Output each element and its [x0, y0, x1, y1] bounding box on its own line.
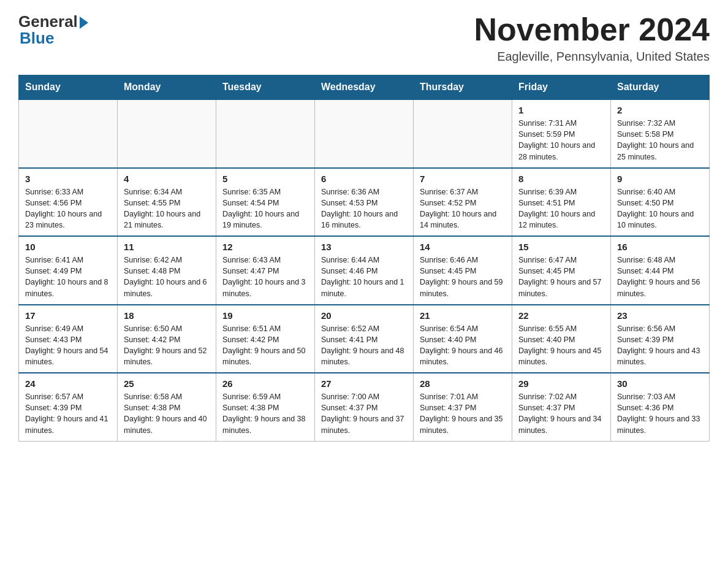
day-sun-info: Sunrise: 6:44 AMSunset: 4:46 PMDaylight:…	[321, 255, 407, 299]
day-number: 12	[222, 242, 308, 252]
day-number: 10	[25, 242, 111, 252]
day-number: 3	[25, 174, 111, 184]
day-number: 25	[124, 378, 210, 389]
day-sun-info: Sunrise: 6:51 AMSunset: 4:42 PMDaylight:…	[222, 323, 308, 368]
calendar-header-row: SundayMondayTuesdayWednesdayThursdayFrid…	[19, 75, 710, 100]
calendar-day-cell	[118, 99, 216, 168]
day-sun-info: Sunrise: 7:03 AMSunset: 4:36 PMDaylight:…	[617, 391, 703, 436]
calendar-day-header: Tuesday	[216, 75, 315, 100]
day-number: 20	[321, 310, 407, 321]
day-number: 27	[321, 378, 407, 389]
day-number: 16	[617, 242, 703, 252]
day-number: 30	[617, 378, 703, 389]
calendar-day-cell	[19, 99, 118, 168]
day-sun-info: Sunrise: 6:35 AMSunset: 4:54 PMDaylight:…	[222, 186, 308, 231]
day-sun-info: Sunrise: 6:41 AMSunset: 4:49 PMDaylight:…	[25, 255, 111, 299]
calendar-day-cell: 24Sunrise: 6:57 AMSunset: 4:39 PMDayligh…	[19, 373, 118, 441]
day-sun-info: Sunrise: 6:59 AMSunset: 4:38 PMDaylight:…	[222, 391, 308, 436]
calendar-day-cell: 16Sunrise: 6:48 AMSunset: 4:44 PMDayligh…	[611, 236, 710, 305]
calendar-day-cell: 8Sunrise: 6:39 AMSunset: 4:51 PMDaylight…	[512, 168, 611, 237]
day-number: 18	[124, 310, 210, 321]
calendar-day-cell: 28Sunrise: 7:01 AMSunset: 4:37 PMDayligh…	[414, 373, 512, 441]
calendar-week-row: 1Sunrise: 7:31 AMSunset: 5:59 PMDaylight…	[19, 99, 710, 168]
day-sun-info: Sunrise: 6:50 AMSunset: 4:42 PMDaylight:…	[124, 323, 210, 368]
day-number: 28	[420, 378, 506, 389]
calendar-day-cell: 2Sunrise: 7:32 AMSunset: 5:58 PMDaylight…	[611, 99, 710, 168]
day-sun-info: Sunrise: 6:55 AMSunset: 4:40 PMDaylight:…	[518, 323, 604, 368]
day-sun-info: Sunrise: 6:34 AMSunset: 4:55 PMDaylight:…	[124, 186, 210, 231]
day-number: 9	[617, 174, 703, 184]
calendar-day-cell	[414, 99, 512, 168]
page-title: November 2024	[474, 12, 710, 47]
logo-arrow-shape	[80, 17, 88, 29]
day-sun-info: Sunrise: 6:56 AMSunset: 4:39 PMDaylight:…	[617, 323, 703, 368]
day-sun-info: Sunrise: 6:58 AMSunset: 4:38 PMDaylight:…	[124, 391, 210, 436]
day-sun-info: Sunrise: 6:46 AMSunset: 4:45 PMDaylight:…	[420, 255, 506, 299]
day-sun-info: Sunrise: 6:40 AMSunset: 4:50 PMDaylight:…	[617, 186, 703, 231]
calendar-day-cell: 23Sunrise: 6:56 AMSunset: 4:39 PMDayligh…	[611, 305, 710, 373]
calendar-day-cell: 14Sunrise: 6:46 AMSunset: 4:45 PMDayligh…	[414, 236, 512, 305]
calendar-day-header: Saturday	[611, 75, 710, 100]
day-number: 15	[518, 242, 604, 252]
day-number: 5	[222, 174, 308, 184]
calendar-week-row: 24Sunrise: 6:57 AMSunset: 4:39 PMDayligh…	[19, 373, 710, 441]
calendar-day-cell: 22Sunrise: 6:55 AMSunset: 4:40 PMDayligh…	[512, 305, 611, 373]
page-subtitle: Eagleville, Pennsylvania, United States	[474, 50, 710, 64]
calendar-day-header: Monday	[118, 75, 216, 100]
calendar-week-row: 17Sunrise: 6:49 AMSunset: 4:43 PMDayligh…	[19, 305, 710, 373]
day-number: 4	[124, 174, 210, 184]
day-number: 2	[617, 105, 703, 115]
title-area: November 2024 Eagleville, Pennsylvania, …	[474, 12, 710, 64]
day-number: 11	[124, 242, 210, 252]
calendar-day-cell	[315, 99, 414, 168]
calendar-day-cell: 19Sunrise: 6:51 AMSunset: 4:42 PMDayligh…	[216, 305, 315, 373]
day-number: 21	[420, 310, 506, 321]
calendar-day-cell: 27Sunrise: 7:00 AMSunset: 4:37 PMDayligh…	[315, 373, 414, 441]
day-sun-info: Sunrise: 6:49 AMSunset: 4:43 PMDaylight:…	[25, 323, 111, 368]
day-number: 13	[321, 242, 407, 252]
logo-blue-text: Blue	[20, 29, 54, 47]
header: General Blue November 2024 Eagleville, P…	[18, 12, 710, 64]
calendar-table: SundayMondayTuesdayWednesdayThursdayFrid…	[18, 75, 710, 442]
day-number: 7	[420, 174, 506, 184]
calendar-day-cell	[216, 99, 315, 168]
calendar-day-header: Friday	[512, 75, 611, 100]
calendar-day-cell: 4Sunrise: 6:34 AMSunset: 4:55 PMDaylight…	[118, 168, 216, 237]
calendar-week-row: 3Sunrise: 6:33 AMSunset: 4:56 PMDaylight…	[19, 168, 710, 237]
calendar-day-cell: 11Sunrise: 6:42 AMSunset: 4:48 PMDayligh…	[118, 236, 216, 305]
day-number: 26	[222, 378, 308, 389]
day-number: 23	[617, 310, 703, 321]
calendar-day-cell: 6Sunrise: 6:36 AMSunset: 4:53 PMDaylight…	[315, 168, 414, 237]
day-sun-info: Sunrise: 6:52 AMSunset: 4:41 PMDaylight:…	[321, 323, 407, 368]
day-number: 24	[25, 378, 111, 389]
day-number: 8	[518, 174, 604, 184]
calendar-day-header: Thursday	[414, 75, 512, 100]
day-sun-info: Sunrise: 6:48 AMSunset: 4:44 PMDaylight:…	[617, 255, 703, 299]
calendar-day-cell: 26Sunrise: 6:59 AMSunset: 4:38 PMDayligh…	[216, 373, 315, 441]
day-sun-info: Sunrise: 7:00 AMSunset: 4:37 PMDaylight:…	[321, 391, 407, 436]
day-sun-info: Sunrise: 6:54 AMSunset: 4:40 PMDaylight:…	[420, 323, 506, 368]
calendar-day-cell: 18Sunrise: 6:50 AMSunset: 4:42 PMDayligh…	[118, 305, 216, 373]
day-sun-info: Sunrise: 6:33 AMSunset: 4:56 PMDaylight:…	[25, 186, 111, 231]
day-sun-info: Sunrise: 6:39 AMSunset: 4:51 PMDaylight:…	[518, 186, 604, 231]
calendar-day-cell: 5Sunrise: 6:35 AMSunset: 4:54 PMDaylight…	[216, 168, 315, 237]
calendar-day-cell: 7Sunrise: 6:37 AMSunset: 4:52 PMDaylight…	[414, 168, 512, 237]
day-sun-info: Sunrise: 7:31 AMSunset: 5:59 PMDaylight:…	[518, 118, 604, 163]
day-sun-info: Sunrise: 6:37 AMSunset: 4:52 PMDaylight:…	[420, 186, 506, 231]
calendar-day-cell: 29Sunrise: 7:02 AMSunset: 4:37 PMDayligh…	[512, 373, 611, 441]
calendar-day-cell: 3Sunrise: 6:33 AMSunset: 4:56 PMDaylight…	[19, 168, 118, 237]
day-number: 19	[222, 310, 308, 321]
day-sun-info: Sunrise: 6:43 AMSunset: 4:47 PMDaylight:…	[222, 255, 308, 299]
day-sun-info: Sunrise: 6:47 AMSunset: 4:45 PMDaylight:…	[518, 255, 604, 299]
calendar-day-cell: 20Sunrise: 6:52 AMSunset: 4:41 PMDayligh…	[315, 305, 414, 373]
calendar-day-cell: 13Sunrise: 6:44 AMSunset: 4:46 PMDayligh…	[315, 236, 414, 305]
calendar-day-cell: 30Sunrise: 7:03 AMSunset: 4:36 PMDayligh…	[611, 373, 710, 441]
day-sun-info: Sunrise: 6:36 AMSunset: 4:53 PMDaylight:…	[321, 186, 407, 231]
day-number: 14	[420, 242, 506, 252]
day-sun-info: Sunrise: 7:01 AMSunset: 4:37 PMDaylight:…	[420, 391, 506, 436]
calendar-day-cell: 15Sunrise: 6:47 AMSunset: 4:45 PMDayligh…	[512, 236, 611, 305]
calendar-day-cell: 12Sunrise: 6:43 AMSunset: 4:47 PMDayligh…	[216, 236, 315, 305]
day-number: 17	[25, 310, 111, 321]
calendar-day-cell: 1Sunrise: 7:31 AMSunset: 5:59 PMDaylight…	[512, 99, 611, 168]
calendar-day-header: Wednesday	[315, 75, 414, 100]
